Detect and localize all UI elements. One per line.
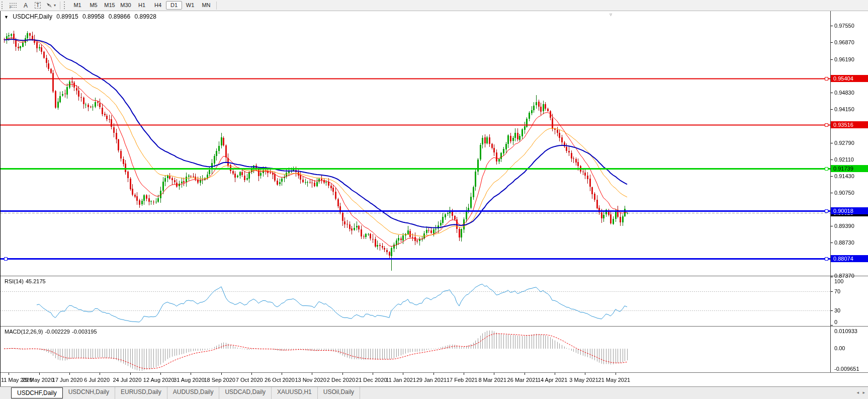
chart-title: ▼ USDCHF,Daily 0.89915 0.89958 0.89866 0… [4, 13, 159, 20]
price-tick-label: 0.94150 [834, 106, 867, 112]
date-tick-label: 31 Aug 2020 [173, 377, 205, 383]
price-chart-canvas[interactable] [0, 11, 868, 386]
text-label-tool-button[interactable]: T [32, 1, 44, 10]
chart-tabs: USDCHF,DailyUSDCNH,DailyEURUSD,DailyAUDU… [11, 387, 360, 399]
hline-price-label: 0.93516 [831, 121, 868, 128]
tab-audusd-daily[interactable]: AUDUSD,Daily [167, 387, 220, 399]
date-tick-label: 2 Dec 2020 [327, 377, 355, 383]
price-tick-label: 0.92790 [834, 140, 867, 146]
price-tick-label: 0.89390 [834, 223, 867, 229]
price-tick-label: 0.88730 [834, 240, 867, 246]
price-tick-label: 0.94830 [834, 90, 867, 96]
chevron-down-icon: ▾ [54, 3, 56, 8]
tab-eurusd-daily[interactable]: EURUSD,Daily [115, 387, 167, 399]
toolbar: FAT▾ M1M5M15M30H1H4D1W1MN [0, 0, 868, 11]
price-tick-label: 0.92110 [834, 156, 867, 163]
timeframe-button-h4[interactable]: H4 [150, 1, 166, 10]
date-tick-label: 12 Aug 2020 [143, 377, 175, 383]
macd-main-value: -0.002229 [45, 329, 70, 335]
arrows-icon [46, 2, 53, 9]
date-tick-label: 29 Jan 2021 [416, 377, 447, 383]
date-tick-label: 17 Feb 2021 [447, 377, 478, 383]
date-tick-label: 26 Mar 2021 [507, 377, 539, 383]
tab-usdchf-daily[interactable]: USDCHF,Daily [11, 387, 63, 398]
timeframe-button-w1[interactable]: W1 [182, 1, 198, 10]
price-tick-label: 0.91430 [834, 173, 867, 179]
macd-pane-label: MACD(12,26,9)-0.002229-0.003195 [5, 329, 99, 335]
svg-text:F: F [10, 6, 12, 9]
timeframe-button-mn[interactable]: MN [198, 1, 214, 10]
tab-xauusd-h1[interactable]: XAUUSD,H1 [272, 387, 318, 399]
date-tick-label: 26 Oct 2020 [265, 377, 295, 383]
fibonacci-tool-button[interactable]: F [7, 1, 20, 10]
text-label-icon: T [35, 2, 41, 9]
rsi-tick-label: 100 [834, 278, 867, 284]
chart-tab-bar: USDCHF,DailyUSDCNH,DailyEURUSD,DailyAUDU… [0, 386, 868, 399]
rsi-value: 45.2175 [26, 278, 46, 284]
price-tick-label: 0.96190 [834, 56, 867, 62]
drawing-tools-group: FAT▾ [7, 1, 58, 10]
hline-price-label: 0.90018 [831, 207, 868, 214]
quote-close: 0.89928 [135, 13, 156, 20]
timeframes-group: M1M5M15M30H1H4D1W1MN [69, 1, 214, 10]
timeframe-button-m1[interactable]: M1 [69, 1, 85, 10]
price-tick-label: 0.90750 [834, 190, 867, 196]
hline-price-label: 0.95404 [831, 75, 868, 82]
text-icon: A [24, 2, 28, 9]
chart-window: ▼ USDCHF,Daily 0.89915 0.89958 0.89866 0… [0, 11, 868, 386]
price-tick-label: 0.96870 [834, 39, 867, 45]
macd-title: MACD(12,26,9) [5, 329, 43, 335]
macd-signal-value: -0.003195 [72, 329, 97, 335]
date-tick-label: 13 Nov 2020 [295, 377, 326, 383]
quote-open: 0.89915 [56, 13, 78, 20]
tab-scroll-left-icon[interactable]: ◂ [856, 390, 859, 395]
date-tick-label: 8 Mar 2021 [478, 377, 506, 383]
arrows-tool-button[interactable]: ▾ [44, 1, 58, 10]
date-tick-label: 6 Jul 2020 [84, 377, 110, 383]
chart-symbol: USDCHF,Daily [13, 13, 52, 20]
toolbar-separator [216, 2, 217, 10]
tab-scroll-buttons: ◂ ▸ [854, 390, 865, 395]
macd-tick-label: -0.009651 [834, 366, 867, 372]
tab-usoil-daily[interactable]: USOil,Daily [318, 387, 360, 399]
timeframe-button-m5[interactable]: M5 [85, 1, 102, 10]
date-tick-label: 3 May 2021 [569, 377, 598, 383]
rsi-tick-label: 70 [834, 288, 867, 294]
date-tick-label: 24 Jul 2020 [113, 377, 141, 383]
rsi-tick-label: 30 [834, 307, 867, 313]
date-tick-label: 11 Jan 2021 [386, 377, 416, 383]
toolbar-separator [60, 2, 60, 10]
hline-price-label: 0.88074 [831, 255, 868, 262]
fibonacci-icon: F [9, 2, 18, 9]
date-tick-label: 18 Sep 2020 [204, 377, 235, 383]
timeframe-button-d1[interactable]: D1 [166, 1, 182, 10]
timeframes-grip[interactable] [64, 2, 67, 9]
quote-high: 0.89958 [82, 13, 104, 20]
timeframe-button-m15[interactable]: M15 [102, 1, 118, 10]
rsi-pane-label: RSI(14)45.2175 [5, 278, 48, 284]
rsi-title: RSI(14) [5, 278, 24, 284]
date-tick-label: 29 May 2020 [22, 377, 54, 383]
price-tick-label: 0.97550 [834, 23, 867, 29]
quote-low: 0.89866 [109, 13, 130, 20]
tab-scroll-right-icon[interactable]: ▸ [862, 390, 865, 395]
date-tick-label: 14 Apr 2021 [538, 377, 567, 383]
text-tool-button[interactable]: A [20, 1, 32, 10]
hline-price-label: 0.91739 [831, 165, 868, 172]
date-tick-label: 17 Jun 2020 [52, 377, 83, 383]
timeframe-button-h1[interactable]: H1 [134, 1, 150, 10]
collapse-arrow-icon[interactable]: ▼ [4, 15, 9, 20]
date-tick-label: 21 May 2021 [598, 377, 631, 383]
date-tick-label: 21 Dec 2020 [356, 377, 387, 383]
toolbar-grip[interactable] [2, 2, 5, 9]
tab-usdcad-daily[interactable]: USDCAD,Daily [219, 387, 272, 399]
timeframe-button-m30[interactable]: M30 [118, 1, 134, 10]
chart-shift-icon[interactable]: ▿ [610, 12, 612, 17]
rsi-tick-label: 0 [834, 319, 867, 325]
date-tick-label: 7 Oct 2020 [236, 377, 263, 383]
macd-tick-label: 0.010933 [834, 328, 867, 334]
macd-tick-label: 0.00 [834, 345, 867, 351]
tab-usdcnh-daily[interactable]: USDCNH,Daily [63, 387, 115, 399]
